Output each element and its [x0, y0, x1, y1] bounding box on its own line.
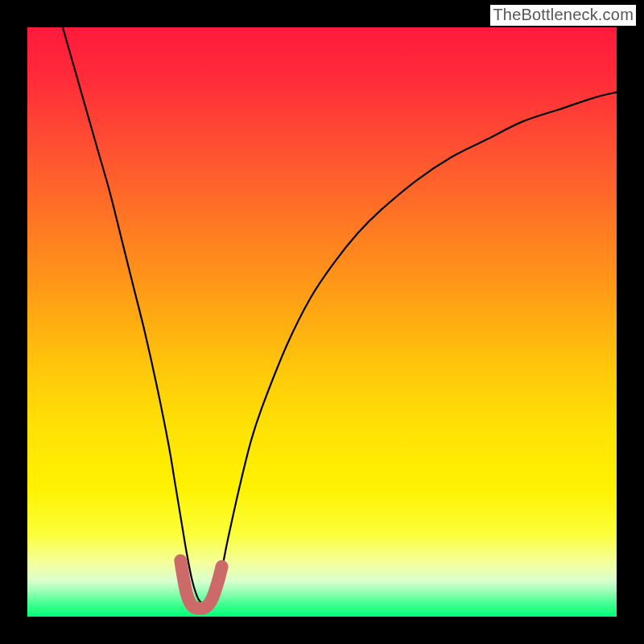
watermark-label: TheBottleneck.com: [490, 5, 636, 26]
curve-layer: [27, 27, 617, 617]
optimum-marker: [180, 560, 221, 608]
bottleneck-curve: [63, 27, 617, 606]
chart-frame: TheBottleneck.com: [0, 0, 644, 644]
plot-area: [27, 27, 617, 617]
